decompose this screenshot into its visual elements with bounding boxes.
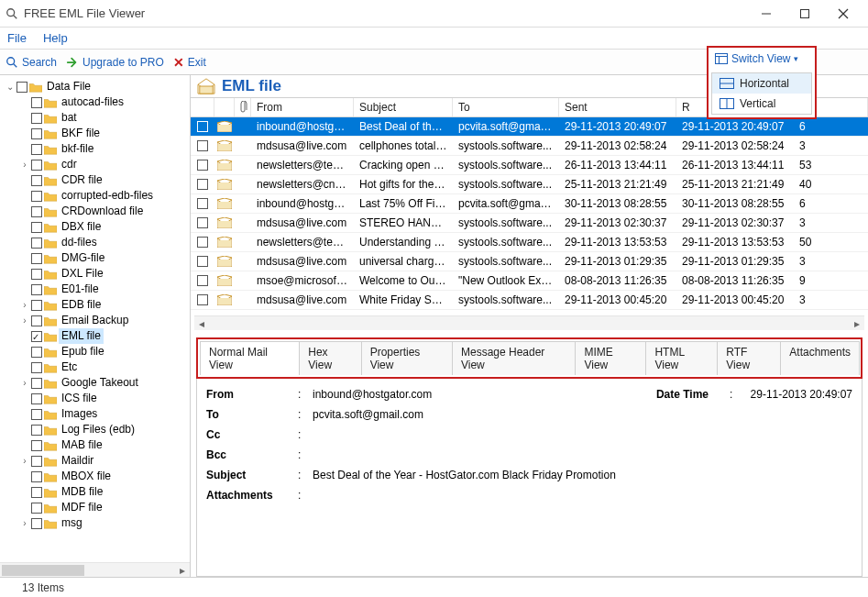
expand-icon[interactable]: › bbox=[20, 515, 29, 531]
tree-item[interactable]: Images bbox=[20, 406, 188, 422]
grid-row[interactable]: inbound@hostga...Last 75% Off Fire ...pc… bbox=[191, 194, 868, 214]
tree-item[interactable]: Epub file bbox=[20, 344, 188, 359]
tree-item[interactable]: MDB file bbox=[20, 484, 188, 500]
row-checkbox[interactable] bbox=[197, 140, 208, 151]
exit-button[interactable]: ✕ Exit bbox=[173, 55, 206, 70]
grid-row[interactable]: mdsusa@live.comWhite Friday Sale ...syst… bbox=[191, 291, 868, 310]
row-checkbox[interactable] bbox=[197, 294, 208, 305]
checkbox[interactable] bbox=[31, 315, 42, 326]
menu-help[interactable]: Help bbox=[43, 31, 68, 45]
grid-row[interactable]: mdsusa@live.comuniversal charger ...syst… bbox=[191, 252, 868, 271]
scroll-left-icon[interactable]: ◂ bbox=[194, 316, 209, 331]
tree-item[interactable]: MDF file bbox=[20, 500, 188, 515]
tree-item[interactable]: dd-files bbox=[20, 235, 188, 250]
checkbox[interactable] bbox=[31, 222, 42, 233]
tree-root[interactable]: ⌄ Data File bbox=[5, 79, 188, 94]
tree-item[interactable]: DMG-file bbox=[20, 250, 188, 266]
tree-item[interactable]: CDR file bbox=[20, 172, 188, 188]
grid-row[interactable]: mdsusa@live.comcellphones total c...syst… bbox=[191, 137, 868, 156]
row-checkbox[interactable] bbox=[197, 256, 208, 267]
checkbox[interactable] bbox=[31, 160, 42, 171]
tree-item[interactable]: ›EDB file bbox=[20, 297, 188, 313]
row-checkbox[interactable] bbox=[197, 121, 208, 132]
expand-icon[interactable]: › bbox=[20, 453, 29, 469]
column-attachment[interactable] bbox=[235, 98, 251, 116]
tree-item[interactable]: autocad-files bbox=[20, 94, 188, 110]
grid-row[interactable]: mdsusa@live.comSTEREO HANDSFR...systools… bbox=[191, 214, 868, 233]
grid-horizontal-scrollbar[interactable]: ◂ ▸ bbox=[194, 315, 864, 330]
checkbox[interactable] bbox=[31, 378, 42, 389]
checkbox[interactable] bbox=[31, 238, 42, 249]
checkbox[interactable] bbox=[31, 518, 42, 529]
tree-item[interactable]: MBOX file bbox=[20, 469, 188, 484]
switch-view-horizontal[interactable]: Horizontal bbox=[712, 73, 811, 94]
grid-row[interactable]: inbound@hostga...Best Deal of the Y...pc… bbox=[191, 117, 868, 137]
column-sent[interactable]: Sent bbox=[559, 98, 676, 116]
scroll-right-icon[interactable]: ▸ bbox=[175, 563, 190, 577]
row-checkbox[interactable] bbox=[197, 237, 208, 248]
tree-item[interactable]: CRDownload file bbox=[20, 204, 188, 219]
switch-view-button[interactable]: Switch View ▾ bbox=[711, 50, 812, 67]
folder-tree[interactable]: ⌄ Data File autocad-filesbatBKF filebkf-… bbox=[0, 75, 191, 577]
tree-item[interactable]: corrupted-edb-files bbox=[20, 188, 188, 204]
column-from[interactable]: From bbox=[251, 98, 354, 116]
tree-horizontal-scrollbar[interactable]: ◂ ▸ bbox=[0, 562, 190, 577]
row-checkbox[interactable] bbox=[197, 217, 208, 228]
checkbox[interactable] bbox=[31, 128, 42, 139]
checkbox[interactable] bbox=[31, 347, 42, 358]
tab[interactable]: Message Header View bbox=[452, 341, 577, 375]
checkbox[interactable] bbox=[31, 269, 42, 280]
tree-item[interactable]: E01-file bbox=[20, 282, 188, 297]
expand-icon[interactable]: › bbox=[20, 297, 29, 313]
checkbox[interactable] bbox=[31, 206, 42, 217]
checkbox[interactable] bbox=[31, 456, 42, 467]
minimize-button[interactable] bbox=[747, 1, 786, 27]
scroll-right-icon[interactable]: ▸ bbox=[850, 316, 864, 331]
close-button[interactable] bbox=[824, 1, 863, 27]
tab[interactable]: RTF View bbox=[717, 341, 781, 375]
grid-row[interactable]: newsletters@tech...Understanding S...sys… bbox=[191, 233, 868, 252]
checkbox[interactable] bbox=[31, 253, 42, 264]
checkbox[interactable] bbox=[16, 82, 27, 93]
tree-item[interactable]: ›msg bbox=[20, 515, 188, 531]
tree-item[interactable]: Etc bbox=[20, 359, 188, 375]
checkbox[interactable] bbox=[31, 97, 42, 108]
row-checkbox[interactable] bbox=[197, 179, 208, 190]
tree-item[interactable]: ›Maildir bbox=[20, 453, 188, 469]
checkbox[interactable] bbox=[31, 331, 42, 342]
row-checkbox[interactable] bbox=[197, 160, 208, 171]
tree-item[interactable]: bkf-file bbox=[20, 141, 188, 157]
menu-file[interactable]: File bbox=[7, 31, 27, 45]
row-checkbox[interactable] bbox=[197, 198, 208, 209]
checkbox[interactable] bbox=[31, 471, 42, 482]
tab[interactable]: MIME View bbox=[575, 341, 646, 375]
checkbox[interactable] bbox=[31, 284, 42, 295]
tree-item[interactable]: ›Google Takeout bbox=[20, 375, 188, 391]
tree-item[interactable]: MAB file bbox=[20, 437, 188, 453]
checkbox[interactable] bbox=[31, 425, 42, 436]
tree-item[interactable]: BKF file bbox=[20, 126, 188, 141]
checkbox[interactable] bbox=[31, 393, 42, 404]
maximize-button[interactable] bbox=[786, 1, 824, 27]
expand-icon[interactable]: › bbox=[20, 313, 29, 328]
tree-item[interactable]: EML file bbox=[20, 328, 188, 344]
tree-item[interactable]: bat bbox=[20, 110, 188, 126]
checkbox[interactable] bbox=[31, 409, 42, 420]
tree-item[interactable]: Log Files (edb) bbox=[20, 422, 188, 437]
checkbox[interactable] bbox=[31, 362, 42, 373]
checkbox[interactable] bbox=[31, 440, 42, 451]
tab[interactable]: Normal Mail View bbox=[200, 341, 300, 375]
expand-icon[interactable]: › bbox=[20, 157, 29, 172]
tree-item[interactable]: DBX file bbox=[20, 219, 188, 235]
row-checkbox[interactable] bbox=[197, 275, 208, 286]
scrollbar-thumb[interactable] bbox=[2, 565, 84, 576]
switch-view-vertical[interactable]: Vertical bbox=[712, 94, 811, 114]
checkbox[interactable] bbox=[31, 487, 42, 498]
column-to[interactable]: To bbox=[453, 98, 559, 116]
checkbox[interactable] bbox=[31, 113, 42, 124]
column-subject[interactable]: Subject bbox=[354, 98, 453, 116]
collapse-icon[interactable]: ⌄ bbox=[5, 79, 15, 94]
grid-row[interactable]: newsletters@tech...Cracking open th...sy… bbox=[191, 156, 868, 175]
checkbox[interactable] bbox=[31, 300, 42, 311]
expand-icon[interactable]: › bbox=[20, 375, 29, 391]
